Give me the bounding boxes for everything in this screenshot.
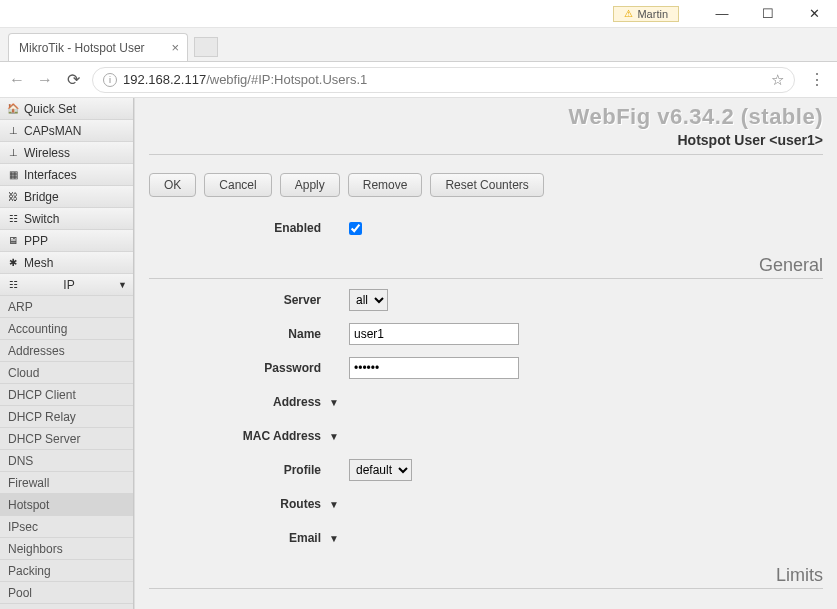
bookmark-icon[interactable]: ☆ <box>771 71 784 89</box>
close-window-button[interactable]: ✕ <box>791 0 837 28</box>
browser-toolbar: ← → ⟳ i 192.168.2.117/webfig/#IP:Hotspot… <box>0 62 837 98</box>
content-area: WebFig v6.34.2 (stable) Hotspot User <us… <box>134 98 837 609</box>
maximize-button[interactable]: ☐ <box>745 0 791 28</box>
routes-label: Routes <box>149 497 349 511</box>
sidebar: 🏠Quick Set⊥CAPsMAN⊥Wireless▦Interfaces⛓B… <box>0 98 134 609</box>
bridge-icon: ⛓ <box>6 190 20 204</box>
sidebar-subitem-cloud[interactable]: Cloud <box>0 362 133 384</box>
browser-menu-icon[interactable]: ⋮ <box>805 70 829 89</box>
address-expand-icon[interactable]: ▼ <box>329 397 339 408</box>
sidebar-item-switch[interactable]: ☷Switch <box>0 208 133 230</box>
mac-expand-icon[interactable]: ▼ <box>329 431 339 442</box>
enabled-checkbox[interactable] <box>349 222 362 235</box>
minimize-button[interactable]: — <box>699 0 745 28</box>
routes-expand-icon[interactable]: ▼ <box>329 499 339 510</box>
sidebar-item-label: Interfaces <box>24 168 77 182</box>
browser-tabstrip: MikroTik - Hotspot User × <box>0 28 837 62</box>
cancel-button[interactable]: Cancel <box>204 173 271 197</box>
sidebar-item-wireless[interactable]: ⊥Wireless <box>0 142 133 164</box>
interfaces-icon: ▦ <box>6 168 20 182</box>
sidebar-item-interfaces[interactable]: ▦Interfaces <box>0 164 133 186</box>
password-input[interactable] <box>349 357 519 379</box>
sidebar-item-ppp[interactable]: 🖥PPP <box>0 230 133 252</box>
server-select[interactable]: all <box>349 289 388 311</box>
sidebar-subitem-dhcp-relay[interactable]: DHCP Relay <box>0 406 133 428</box>
ip-icon: ☷ <box>6 278 20 292</box>
sidebar-subitem-dns[interactable]: DNS <box>0 450 133 472</box>
mac-address-label: MAC Address <box>149 429 349 443</box>
webfig-title: WebFig v6.34.2 (stable) <box>149 104 823 130</box>
server-label: Server <box>149 293 349 307</box>
sidebar-subitem-arp[interactable]: ARP <box>0 296 133 318</box>
quick-set-icon: 🏠 <box>6 102 20 116</box>
sidebar-subitem-addresses[interactable]: Addresses <box>0 340 133 362</box>
reset-counters-button[interactable]: Reset Counters <box>430 173 543 197</box>
capsman-icon: ⊥ <box>6 124 20 138</box>
sidebar-subitem-dhcp-client[interactable]: DHCP Client <box>0 384 133 406</box>
window-titlebar: Martin — ☐ ✕ <box>0 0 837 28</box>
new-tab-button[interactable] <box>194 37 218 57</box>
name-label: Name <box>149 327 349 341</box>
reload-icon[interactable]: ⟳ <box>64 70 82 89</box>
sidebar-subitem-ipsec[interactable]: IPsec <box>0 516 133 538</box>
sidebar-item-ip[interactable]: ☷IP▼ <box>0 274 133 296</box>
user-badge: Martin <box>613 6 679 22</box>
back-icon[interactable]: ← <box>8 71 26 89</box>
sidebar-subitem-hotspot[interactable]: Hotspot <box>0 494 133 516</box>
wireless-icon: ⊥ <box>6 146 20 160</box>
sidebar-subitem-dhcp-server[interactable]: DHCP Server <box>0 428 133 450</box>
sidebar-subitem-packing[interactable]: Packing <box>0 560 133 582</box>
profile-select[interactable]: default <box>349 459 412 481</box>
email-label: Email <box>149 531 349 545</box>
ok-button[interactable]: OK <box>149 173 196 197</box>
switch-icon: ☷ <box>6 212 20 226</box>
name-input[interactable] <box>349 323 519 345</box>
sidebar-item-label: Bridge <box>24 190 59 204</box>
remove-button[interactable]: Remove <box>348 173 423 197</box>
email-expand-icon[interactable]: ▼ <box>329 533 339 544</box>
sidebar-item-label: Quick Set <box>24 102 76 116</box>
sidebar-item-label: IP <box>63 278 74 292</box>
section-limits: Limits <box>149 565 823 589</box>
forward-icon[interactable]: → <box>36 71 54 89</box>
action-button-row: OK Cancel Apply Remove Reset Counters <box>149 173 823 197</box>
sidebar-item-mesh[interactable]: ✱Mesh <box>0 252 133 274</box>
tab-title: MikroTik - Hotspot User <box>19 41 145 55</box>
sidebar-item-bridge[interactable]: ⛓Bridge <box>0 186 133 208</box>
sidebar-item-label: CAPsMAN <box>24 124 81 138</box>
sidebar-subitem-neighbors[interactable]: Neighbors <box>0 538 133 560</box>
page-title: Hotspot User <user1> <box>149 132 823 155</box>
sidebar-subitem-accounting[interactable]: Accounting <box>0 318 133 340</box>
profile-label: Profile <box>149 463 349 477</box>
enabled-label: Enabled <box>149 221 349 235</box>
browser-tab[interactable]: MikroTik - Hotspot User × <box>8 33 188 61</box>
sidebar-subitem-firewall[interactable]: Firewall <box>0 472 133 494</box>
mesh-icon: ✱ <box>6 256 20 270</box>
sidebar-subitem-pool[interactable]: Pool <box>0 582 133 604</box>
apply-button[interactable]: Apply <box>280 173 340 197</box>
section-general: General <box>149 255 823 279</box>
sidebar-item-quick-set[interactable]: 🏠Quick Set <box>0 98 133 120</box>
address-label: Address <box>149 395 349 409</box>
sidebar-subitem-routes[interactable]: Routes <box>0 604 133 609</box>
sidebar-item-label: PPP <box>24 234 48 248</box>
sidebar-item-capsman[interactable]: ⊥CAPsMAN <box>0 120 133 142</box>
site-info-icon[interactable]: i <box>103 73 117 87</box>
chevron-down-icon: ▼ <box>118 280 127 290</box>
address-bar[interactable]: i 192.168.2.117/webfig/#IP:Hotspot.Users… <box>92 67 795 93</box>
close-tab-icon[interactable]: × <box>171 40 179 55</box>
sidebar-item-label: Switch <box>24 212 59 226</box>
sidebar-item-label: Mesh <box>24 256 53 270</box>
ppp-icon: 🖥 <box>6 234 20 248</box>
url-text: 192.168.2.117/webfig/#IP:Hotspot.Users.1 <box>123 72 367 87</box>
password-label: Password <box>149 361 349 375</box>
sidebar-item-label: Wireless <box>24 146 70 160</box>
